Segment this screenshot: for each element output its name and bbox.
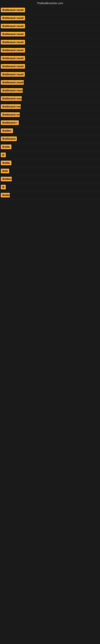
results-list: Bottleneck resultBottleneck resultBottle… bbox=[0, 6, 100, 200]
result-row: B bbox=[0, 151, 100, 160]
result-row: Bottleneck resu bbox=[0, 103, 100, 111]
result-row: Bottle bbox=[0, 143, 100, 151]
bottleneck-badge[interactable]: Bottlens bbox=[1, 177, 12, 181]
bottleneck-badge[interactable]: Bottleneck result bbox=[1, 48, 25, 52]
result-row: Bottleneck result bbox=[0, 79, 100, 87]
bottleneck-badge[interactable]: Bottleneck r bbox=[1, 120, 19, 125]
result-row: Bottlens bbox=[0, 176, 100, 184]
result-row: Bottleneck bbox=[0, 135, 100, 143]
bottleneck-badge[interactable]: Bottleneck resu bbox=[1, 104, 21, 109]
bottleneck-badge[interactable]: Bottleneck resu bbox=[1, 96, 22, 101]
bottleneck-badge[interactable]: Bottleneck result bbox=[1, 16, 25, 20]
bottleneck-badge[interactable]: Bottle bbox=[1, 144, 11, 149]
result-row: Bottleneck r bbox=[0, 119, 100, 127]
result-row: Bottle bbox=[0, 160, 100, 168]
bottleneck-badge[interactable]: Bottlen bbox=[1, 128, 13, 133]
result-row: Bottleneck result bbox=[0, 14, 100, 22]
bottleneck-badge[interactable]: Bottleneck result bbox=[1, 24, 25, 28]
result-row: Bottleneck result bbox=[0, 63, 100, 71]
result-row: Bottleneck result bbox=[0, 87, 100, 95]
bottleneck-badge[interactable]: B bbox=[1, 185, 6, 190]
result-row: Bottleneck result bbox=[0, 39, 100, 47]
result-row: Bottleneck resu bbox=[0, 111, 100, 119]
result-row: Bottleneck result bbox=[0, 22, 100, 30]
bottleneck-badge[interactable]: Bottleneck result bbox=[1, 72, 25, 77]
bottleneck-badge[interactable]: Bottleneck result bbox=[1, 88, 23, 93]
result-row: Bottleneck resu bbox=[0, 95, 100, 103]
bottleneck-badge[interactable]: Bottle bbox=[1, 160, 11, 165]
bottleneck-badge[interactable]: Bottleneck resu bbox=[1, 112, 20, 117]
bottleneck-badge[interactable]: Bott bbox=[1, 169, 9, 173]
site-title-bar: TheBottlenecker.com bbox=[0, 0, 100, 6]
bottleneck-badge[interactable]: Bottleneck result bbox=[1, 8, 25, 12]
site-title: TheBottlenecker.com bbox=[0, 0, 100, 6]
bottleneck-badge[interactable]: Bottleneck result bbox=[1, 80, 24, 85]
result-row: Bottleneck result bbox=[0, 55, 100, 63]
result-row: Bottlen bbox=[0, 127, 100, 135]
bottleneck-badge[interactable]: Bottleneck bbox=[1, 136, 17, 141]
result-row: Bottle bbox=[0, 192, 100, 200]
result-row: Bott bbox=[0, 168, 100, 176]
bottleneck-badge[interactable]: Bottleneck result bbox=[1, 40, 25, 44]
result-row: Bottleneck result bbox=[0, 47, 100, 55]
bottleneck-badge[interactable]: Bottleneck result bbox=[1, 64, 25, 69]
bottleneck-badge[interactable]: Bottleneck result bbox=[1, 56, 25, 60]
result-row: Bottleneck result bbox=[0, 30, 100, 39]
bottleneck-badge[interactable]: Bottle bbox=[1, 193, 10, 198]
bottleneck-badge[interactable]: Bottleneck result bbox=[1, 32, 25, 36]
result-row: B bbox=[0, 184, 100, 192]
result-row: Bottleneck result bbox=[0, 6, 100, 14]
bottleneck-badge[interactable]: B bbox=[1, 152, 6, 157]
result-row: Bottleneck result bbox=[0, 71, 100, 79]
